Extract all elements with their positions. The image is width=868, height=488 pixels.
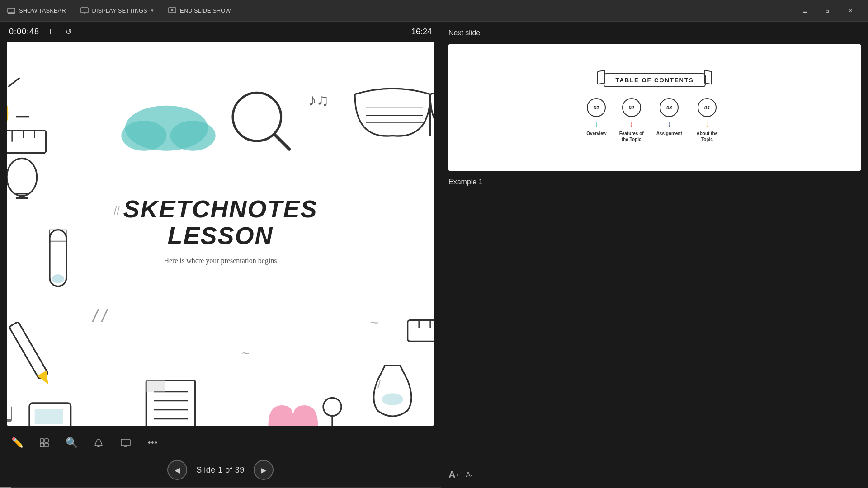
end-slideshow-icon [168, 7, 176, 15]
slide-center: SKETCHNOTES LESSON Here is where your pr… [123, 196, 317, 265]
svg-point-58 [323, 398, 341, 416]
pen-tool-button[interactable]: ✏️ [9, 435, 25, 451]
svg-rect-72 [35, 409, 63, 424]
elapsed-time: 0:00:48 [9, 27, 39, 37]
font-increase-icon: A [448, 469, 456, 481]
taskbar-icon [7, 7, 15, 15]
toc-banner: TABLE OF CONTENTS [604, 73, 705, 87]
svg-text://: // [91, 306, 109, 324]
svg-rect-44 [9, 322, 48, 379]
svg-rect-0 [8, 8, 15, 13]
main-toolbar: SHOW TASKBAR DISPLAY SETTINGS ▾ END SLID… [0, 0, 868, 22]
svg-rect-46 [408, 320, 434, 342]
slide-counter: Slide 1 of 39 [196, 465, 245, 475]
window-controls: 🗕 🗗 ✕ [795, 4, 861, 18]
font-decrease-icon: A [466, 471, 471, 479]
svg-point-43 [52, 274, 64, 283]
toc-circle-4: 04 [698, 98, 717, 117]
highlight-tool-button[interactable] [90, 435, 107, 451]
svg-text://: // [114, 205, 120, 217]
presentation-area: 0:00:48 ⏸ ↺ 16:24 [0, 22, 441, 488]
toc-item-1: 01 ↓ Overview [586, 98, 606, 136]
svg-marker-100 [95, 440, 102, 447]
svg-text:~: ~ [242, 346, 250, 361]
toc-circle-2: 02 [622, 98, 641, 117]
restore-button[interactable]: 🗗 [817, 4, 838, 18]
svg-rect-98 [40, 443, 44, 447]
pause-button[interactable]: ⏸ [45, 27, 57, 37]
svg-text:~: ~ [370, 314, 378, 331]
slide-canvas: ♪♫ A [7, 42, 434, 426]
reset-button[interactable]: ↺ [63, 27, 74, 37]
font-increase-button[interactable]: A + [448, 469, 458, 481]
show-taskbar-btn[interactable]: SHOW TASKBAR [7, 7, 66, 15]
right-panel: Next slide TABLE OF CONTENTS 01 ↓ Overvi… [441, 22, 868, 488]
display-settings-btn[interactable]: DISPLAY SETTINGS ▾ [80, 7, 154, 15]
slide-title: SKETCHNOTES LESSON [123, 196, 317, 249]
svg-point-21 [121, 121, 166, 151]
font-decrease-button[interactable]: A - [466, 471, 472, 479]
toc-label-3: Assignment [656, 131, 682, 136]
svg-point-6 [7, 81, 8, 145]
svg-point-22 [170, 121, 216, 151]
svg-text:/: / [377, 377, 381, 391]
more-tool-button[interactable]: ••• [145, 435, 161, 451]
toc-label-2: Features of the Topic [616, 131, 647, 142]
font-controls: A + A - [448, 462, 861, 481]
current-time: 16:24 [411, 27, 432, 37]
toc-items: 01 ↓ Overview 02 ↓ Features of the Topic… [586, 98, 723, 142]
svg-text:♪♫: ♪♫ [308, 91, 329, 109]
screen-tool-button[interactable] [118, 435, 134, 451]
toc-circle-3: 03 [660, 98, 679, 117]
svg-rect-99 [45, 443, 48, 447]
svg-rect-97 [45, 439, 48, 442]
toc-arrow-4: ↓ [705, 120, 709, 128]
svg-point-11 [7, 158, 37, 196]
toc-arrow-3: ↓ [667, 120, 671, 128]
timer-bar: 0:00:48 ⏸ ↺ 16:24 [0, 22, 441, 42]
search-tool-button[interactable]: 🔍 [63, 435, 80, 451]
svg-rect-14 [7, 131, 46, 153]
close-button[interactable]: ✕ [840, 4, 861, 18]
toc-arrow-2: ↓ [629, 120, 633, 128]
svg-line-8 [8, 78, 19, 87]
end-slide-show-btn[interactable]: END SLIDE SHOW [168, 7, 231, 15]
svg-text:♩: ♩ [7, 403, 14, 426]
svg-marker-87 [146, 380, 165, 392]
toc-label-1: Overview [586, 131, 606, 136]
next-slide-label: Next slide [448, 29, 861, 37]
svg-rect-1 [8, 13, 15, 14]
main-layout: 0:00:48 ⏸ ↺ 16:24 [0, 22, 868, 488]
svg-rect-102 [121, 439, 130, 446]
toc-item-3: 03 ↓ Assignment [656, 98, 682, 136]
toc-item-2: 02 ↓ Features of the Topic [616, 98, 647, 142]
display-settings-icon [80, 7, 89, 15]
svg-line-24 [274, 134, 289, 149]
next-slide-button[interactable]: ▶ [254, 460, 274, 480]
example-label: Example 1 [448, 178, 861, 186]
toc-arrow-1: ↓ [594, 120, 599, 128]
grid-tool-button[interactable] [36, 435, 52, 451]
svg-point-60 [382, 393, 403, 405]
svg-rect-96 [40, 439, 44, 442]
toc-item-4: 04 ↓ About the Topic [691, 98, 723, 142]
slide-toolbar: ✏️ 🔍 [0, 429, 441, 456]
toc-circle-1: 01 [587, 98, 606, 117]
slide-subtitle: Here is where your presentation begins [123, 257, 317, 265]
minimize-button[interactable]: 🗕 [795, 4, 816, 18]
navigation-bar: ◀ Slide 1 of 39 ▶ [0, 456, 441, 488]
prev-slide-button[interactable]: ◀ [167, 460, 187, 480]
timer-left: 0:00:48 ⏸ ↺ [9, 27, 74, 37]
svg-rect-2 [81, 8, 88, 13]
toc-label-4: About the Topic [691, 131, 723, 142]
slide-content: ♪♫ A [7, 42, 434, 426]
next-slide-preview[interactable]: TABLE OF CONTENTS 01 ↓ Overview 02 ↓ Fea… [448, 44, 861, 171]
